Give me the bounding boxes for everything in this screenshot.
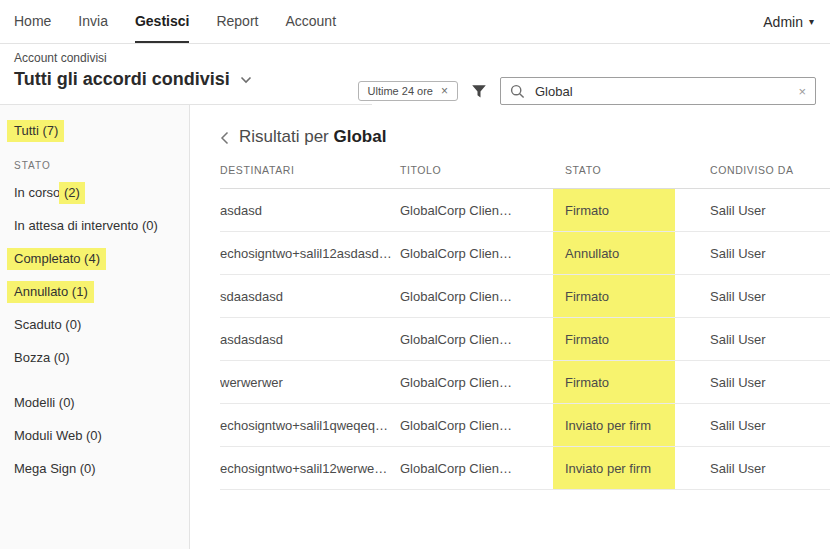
cell-stato: Firmato: [565, 361, 710, 403]
nav-item-report[interactable]: Report: [216, 0, 258, 43]
back-button[interactable]: [220, 129, 229, 145]
sidebar-item-label: Tutti: [14, 123, 39, 138]
sidebar-item-text: Modelli (0): [14, 395, 75, 410]
sidebar-item-annullato[interactable]: Annullato (1): [0, 275, 189, 308]
results-text: Risultati per Global: [239, 127, 386, 147]
sidebar-item-moduli-web[interactable]: Moduli Web (0): [0, 419, 189, 452]
top-nav-items: HomeInviaGestisciReportAccount: [14, 0, 363, 43]
sidebar-item-text: Annullato (1): [7, 281, 94, 303]
sidebar-item-label: Mega Sign: [14, 461, 76, 476]
search-input[interactable]: [533, 83, 798, 100]
status-highlight: Firmato: [553, 361, 675, 403]
sidebar-section-heading: STATO: [0, 147, 189, 176]
back-chevron-icon: [220, 131, 229, 145]
agreements-table: DESTINATARITITOLOSTATOCONDIVISO DA asdas…: [220, 151, 830, 490]
sidebar-item-count: (0): [65, 317, 81, 332]
cell-condiviso-da: Salil User: [710, 404, 830, 446]
search-box: ×: [500, 77, 816, 105]
nav-item-invia[interactable]: Invia: [78, 0, 108, 43]
admin-menu[interactable]: Admin ▾: [763, 0, 814, 43]
sidebar-item-text: Scaduto (0): [14, 317, 81, 332]
column-header-condiviso-da[interactable]: CONDIVISO DA: [710, 164, 830, 176]
main-content: Risultati per Global DESTINATARITITOLOST…: [190, 105, 830, 549]
table-row[interactable]: echosigntwo+salil1qweqeq…GlobalCorp Clie…: [220, 404, 830, 447]
cell-destinatari: sdaasdasd: [220, 275, 400, 317]
sidebar-item-scaduto[interactable]: Scaduto (0): [0, 308, 189, 341]
column-header-destinatari[interactable]: DESTINATARI: [220, 164, 400, 176]
sidebar-item-count: (0): [86, 428, 102, 443]
chip-remove-icon[interactable]: ×: [441, 85, 448, 97]
cell-stato: Annullato: [565, 232, 710, 274]
title-block: Account condivisi Tutti gli accordi cond…: [14, 51, 252, 105]
cell-titolo: GlobalCorp Clien…: [400, 318, 565, 360]
cell-condiviso-da: Salil User: [710, 189, 830, 231]
table-body: asdasdGlobalCorp Clien…FirmatoSalil User…: [220, 189, 830, 490]
status-highlight: Firmato: [553, 318, 675, 360]
cell-stato: Firmato: [565, 275, 710, 317]
chevron-down-icon: [240, 76, 252, 84]
sidebar-item-label: In attesa di intervento: [14, 218, 138, 233]
results-title: Risultati per Global: [220, 127, 830, 147]
time-filter-label: Ultime 24 ore: [368, 85, 433, 97]
cell-stato: Firmato: [565, 318, 710, 360]
sidebar-item-label: Bozza: [14, 350, 50, 365]
table-row[interactable]: sdaasdasdGlobalCorp Clien…FirmatoSalil U…: [220, 275, 830, 318]
sidebar-item-bozza[interactable]: Bozza (0): [0, 341, 189, 374]
time-filter-chip[interactable]: Ultime 24 ore ×: [358, 81, 458, 101]
table-row[interactable]: echosigntwo+salil12asdasd…GlobalCorp Cli…: [220, 232, 830, 275]
app-window: HomeInviaGestisciReportAccount Admin ▾ A…: [0, 0, 830, 549]
results-term: Global: [334, 127, 387, 146]
cell-destinatari: werwerwer: [220, 361, 400, 403]
header-right: Ultime 24 ore × ×: [358, 51, 816, 105]
table-row[interactable]: asdasdasdGlobalCorp Clien…FirmatoSalil U…: [220, 318, 830, 361]
cell-destinatari: echosigntwo+salil1qweqeq…: [220, 404, 400, 446]
cell-titolo: GlobalCorp Clien…: [400, 404, 565, 446]
sidebar-item-modelli[interactable]: Modelli (0): [0, 386, 189, 419]
sidebar-item-text: Completato (4): [7, 248, 106, 270]
sidebar-item-tutti[interactable]: Tutti (7): [0, 114, 189, 147]
sidebar-item-completato[interactable]: Completato (4): [0, 242, 189, 275]
column-header-stato[interactable]: STATO: [565, 164, 710, 176]
table-row[interactable]: echosigntwo+salil12werwe…GlobalCorp Clie…: [220, 447, 830, 490]
search-clear-icon[interactable]: ×: [798, 85, 806, 98]
nav-item-home[interactable]: Home: [14, 0, 51, 43]
sidebar-item-label: Completato: [14, 251, 80, 266]
sidebar-list: Tutti (7)STATOIn corso (2)In attesa di i…: [0, 114, 189, 485]
status-highlight: Firmato: [553, 189, 675, 231]
sidebar-item-text: Moduli Web (0): [14, 428, 102, 443]
sidebar-group: Tutti (7): [0, 114, 189, 147]
results-prefix: Risultati per: [239, 127, 329, 146]
column-header-titolo[interactable]: TITOLO: [400, 164, 565, 176]
sidebar-item-count: (0): [80, 461, 96, 476]
table-header-row: DESTINATARITITOLOSTATOCONDIVISO DA: [220, 151, 830, 189]
status-highlight: Firmato: [553, 275, 675, 317]
sidebar-group: Modelli (0)Moduli Web (0)Mega Sign (0): [0, 386, 189, 485]
top-nav: HomeInviaGestisciReportAccount Admin ▾: [0, 0, 830, 44]
cell-destinatari: echosigntwo+salil12asdasd…: [220, 232, 400, 274]
cell-destinatari: echosigntwo+salil12werwe…: [220, 447, 400, 489]
nav-item-account[interactable]: Account: [285, 0, 336, 43]
sidebar-item-label: Annullato: [14, 284, 68, 299]
table-row[interactable]: asdasdGlobalCorp Clien…FirmatoSalil User: [220, 189, 830, 232]
cell-titolo: GlobalCorp Clien…: [400, 189, 565, 231]
cell-condiviso-da: Salil User: [710, 318, 830, 360]
filter-button[interactable]: [471, 84, 487, 99]
nav-item-gestisci[interactable]: Gestisci: [135, 0, 189, 43]
sidebar-item-text: Tutti (7): [7, 120, 64, 142]
sidebar-item-mega-sign[interactable]: Mega Sign (0): [0, 452, 189, 485]
cell-condiviso-da: Salil User: [710, 361, 830, 403]
cell-condiviso-da: Salil User: [710, 447, 830, 489]
sidebar-item-count: (7): [42, 123, 58, 138]
agreements-scope-dropdown[interactable]: Tutti gli accordi condivisi: [14, 69, 252, 90]
cell-destinatari: asdasdasd: [220, 318, 400, 360]
sidebar-item-in-corso[interactable]: In corso (2): [0, 176, 189, 209]
sidebar-item-count: (0): [59, 395, 75, 410]
sidebar-item-count: (1): [72, 284, 88, 299]
sidebar-item-label: Scaduto: [14, 317, 62, 332]
table-row[interactable]: werwerwerGlobalCorp Clien…FirmatoSalil U…: [220, 361, 830, 404]
header-divider: [0, 104, 372, 105]
sidebar-item-in-attesa-di-intervento[interactable]: In attesa di intervento (0): [0, 209, 189, 242]
sidebar-item-label: Modelli: [14, 395, 55, 410]
admin-caret-icon: ▾: [809, 16, 814, 27]
sidebar-item-count: (4): [84, 251, 100, 266]
